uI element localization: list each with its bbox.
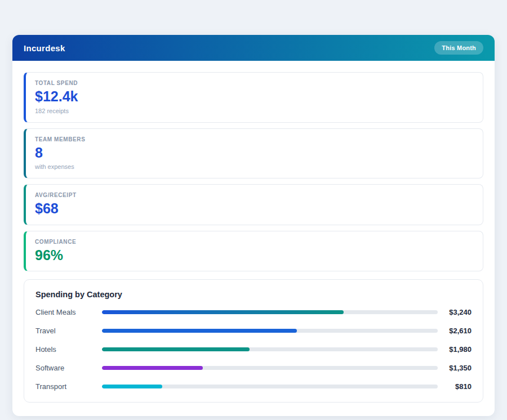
stat-subtext: with expenses bbox=[35, 163, 474, 170]
bar-fill bbox=[102, 385, 162, 388]
category-label: Transport bbox=[35, 382, 102, 391]
stat-value: 96% bbox=[35, 248, 474, 263]
stat-value: $68 bbox=[35, 201, 474, 217]
spending-by-category-panel: Spending by Category Client Meals $3,240… bbox=[24, 279, 483, 403]
stat-value: $12.4k bbox=[35, 89, 474, 105]
category-value: $2,610 bbox=[438, 327, 472, 335]
category-row-software: Software $1,350 bbox=[35, 364, 472, 372]
bar-track bbox=[102, 385, 438, 388]
stat-label: TOTAL SPEND bbox=[35, 80, 474, 86]
category-row-client-meals: Client Meals $3,240 bbox=[35, 308, 472, 316]
category-value: $3,240 bbox=[438, 308, 472, 316]
category-row-travel: Travel $2,610 bbox=[35, 327, 472, 335]
bar-fill bbox=[102, 329, 297, 333]
stat-label: TEAM MEMBERS bbox=[35, 136, 474, 142]
stat-label: COMPLIANCE bbox=[35, 239, 474, 245]
category-value: $1,350 bbox=[438, 364, 472, 372]
panel-title: Spending by Category bbox=[35, 290, 472, 299]
category-row-hotels: Hotels $1,980 bbox=[35, 345, 472, 354]
bar-track bbox=[102, 310, 438, 314]
stat-card-team-members: TEAM MEMBERS 8 with expenses bbox=[24, 128, 483, 179]
bar-fill bbox=[102, 310, 344, 314]
stat-card-avg-receipt: AVG/RECEIPT $68 bbox=[24, 184, 483, 225]
dashboard-card: Incurdesk This Month TOTAL SPEND $12.4k … bbox=[12, 35, 495, 416]
category-row-transport: Transport $810 bbox=[35, 382, 472, 391]
app-header: Incurdesk This Month bbox=[12, 35, 495, 61]
stat-label: AVG/RECEIPT bbox=[35, 192, 474, 198]
app-title: Incurdesk bbox=[24, 43, 65, 53]
bar-track bbox=[102, 329, 438, 333]
category-value: $1,980 bbox=[438, 345, 472, 354]
category-value: $810 bbox=[438, 382, 472, 391]
stat-card-total-spend: TOTAL SPEND $12.4k 182 receipts bbox=[24, 72, 483, 123]
bar-fill bbox=[102, 366, 203, 370]
stat-card-compliance: COMPLIANCE 96% bbox=[24, 231, 483, 272]
stat-value: 8 bbox=[35, 145, 474, 161]
category-label: Client Meals bbox=[35, 308, 102, 316]
bar-track bbox=[102, 347, 438, 351]
bar-track bbox=[102, 366, 438, 370]
stat-subtext: 182 receipts bbox=[35, 108, 474, 114]
period-selector-badge[interactable]: This Month bbox=[434, 41, 483, 55]
bar-fill bbox=[102, 347, 250, 351]
dashboard-body: TOTAL SPEND $12.4k 182 receipts TEAM MEM… bbox=[12, 61, 495, 416]
category-label: Travel bbox=[35, 327, 102, 335]
category-label: Software bbox=[35, 364, 102, 372]
category-label: Hotels bbox=[35, 345, 102, 354]
